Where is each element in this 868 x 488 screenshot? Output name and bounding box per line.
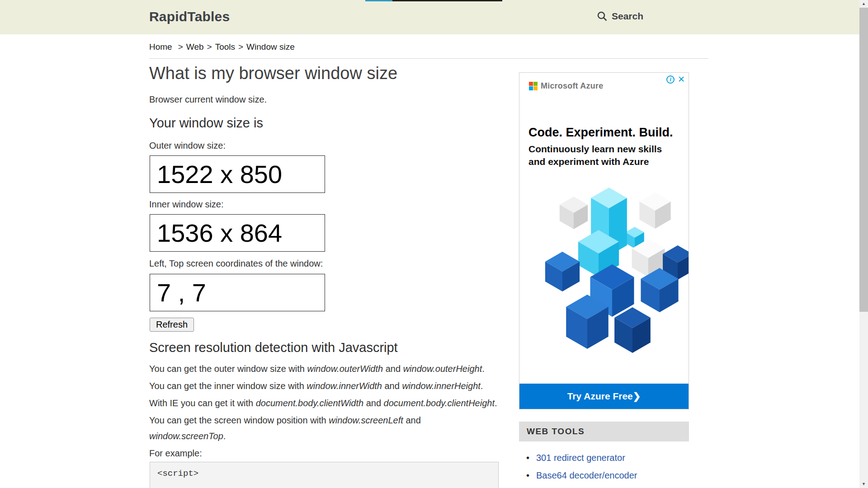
- list-item: • Base64 decoder/encoder: [524, 470, 637, 481]
- breadcrumb-separator: >: [207, 42, 212, 52]
- site-header: RapidTables Search: [0, 0, 859, 34]
- scrollbar-track[interactable]: ▲ ▼: [859, 0, 868, 488]
- top-edge-accent-dark-bar: [392, 0, 502, 1]
- search-button[interactable]: Search: [597, 11, 643, 22]
- window-coordinates-value: 7 , 7: [150, 274, 325, 311]
- breadcrumb-separator: >: [178, 42, 183, 52]
- breadcrumb-home[interactable]: Home: [149, 42, 172, 52]
- code-term: window.screenTop: [149, 431, 223, 441]
- page-subtitle: Browser current window size.: [149, 94, 267, 105]
- top-edge-accent-blue-bar: [365, 0, 392, 1]
- web-tools-title: WEB TOOLS: [527, 422, 689, 441]
- bullet-icon: •: [524, 470, 536, 481]
- link-301-redirect-generator[interactable]: 301 redirect generator: [536, 453, 625, 463]
- page-title: What is my browser window size: [149, 64, 397, 83]
- search-label: Search: [612, 11, 643, 22]
- ad-body-text: Continuously learn new skills and experi…: [528, 143, 678, 168]
- link-base64-decoder-encoder[interactable]: Base64 decoder/encoder: [536, 470, 637, 481]
- breadcrumb-separator: >: [238, 42, 243, 52]
- breadcrumb-web[interactable]: Web: [186, 42, 204, 52]
- code-line: <script>: [157, 469, 198, 479]
- breadcrumb: Home>Web>Tools>Window size: [149, 42, 295, 52]
- scrollbar-up-arrow[interactable]: ▲: [859, 0, 868, 8]
- brand-label: Microsoft Azure: [541, 81, 603, 91]
- header-divider: [149, 58, 708, 59]
- code-example-block: <script>: [150, 462, 499, 488]
- code-term: window.outerWidth: [307, 364, 383, 374]
- azure-cubes-illustration: [519, 170, 689, 385]
- scrollbar-thumb[interactable]: [859, 8, 868, 312]
- microsoft-logo-icon: [529, 82, 538, 90]
- list-item: • 301 redirect generator: [524, 453, 637, 463]
- ad-info-icon[interactable]: i: [666, 75, 675, 84]
- code-term: window.outerHeight: [403, 364, 482, 374]
- microsoft-azure-brand: Microsoft Azure: [529, 81, 603, 91]
- code-term: window.innerWidth: [307, 381, 382, 391]
- breadcrumb-current: Window size: [246, 42, 295, 52]
- window-coordinates-label: Left, Top screen coordinates of the wind…: [149, 258, 323, 269]
- refresh-button[interactable]: Refresh: [150, 318, 194, 332]
- breadcrumb-tools[interactable]: Tools: [215, 42, 235, 52]
- code-term: document.body.clientHeight: [384, 398, 495, 408]
- outer-window-size-label: Outer window size:: [149, 141, 226, 151]
- code-term: document.body.clientWidth: [256, 398, 363, 408]
- detection-heading: Screen resolution detection with Javascr…: [149, 340, 398, 355]
- scrollbar-down-arrow[interactable]: ▼: [859, 480, 868, 488]
- search-icon: [597, 11, 608, 22]
- window-size-heading: Your window size is: [149, 116, 263, 131]
- ad-close-icon[interactable]: ✕: [678, 75, 685, 84]
- code-term: window.screenLeft: [329, 415, 403, 425]
- ad-headline: Code. Experiment. Build.: [528, 126, 673, 140]
- outer-window-size-value: 1522 x 850: [150, 155, 325, 193]
- inner-window-size-value: 1536 x 864: [150, 214, 325, 252]
- web-tools-header: WEB TOOLS: [519, 422, 689, 441]
- azure-ad-panel[interactable]: i ✕ Microsoft Azure Code. Experiment. Bu…: [519, 72, 689, 409]
- bullet-icon: •: [524, 453, 536, 463]
- inner-window-size-label: Inner window size:: [149, 199, 224, 210]
- try-azure-free-button[interactable]: Try Azure Free❯: [519, 384, 689, 409]
- code-term: window.innerHeight: [402, 381, 480, 391]
- web-tools-list: • 301 redirect generator • Base64 decode…: [524, 453, 637, 488]
- site-logo[interactable]: RapidTables: [149, 9, 230, 24]
